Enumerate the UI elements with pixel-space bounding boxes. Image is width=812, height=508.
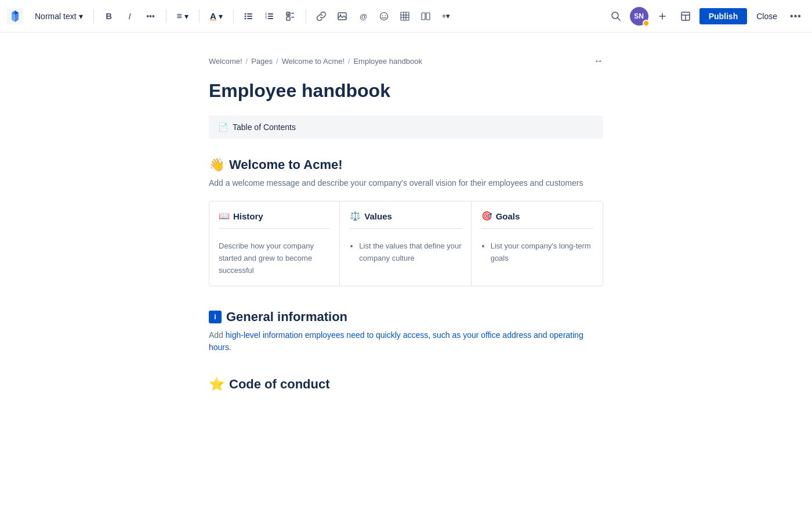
goals-bullet-1: List your company's long-term goals [491,240,593,265]
link-button[interactable] [312,7,331,26]
breadcrumb-welcome[interactable]: Welcome! [209,57,242,66]
avatar-badge [643,20,650,27]
font-color-dropdown[interactable]: A ▾ [205,9,227,23]
values-card-title: ⚖️ Values [350,211,461,229]
breadcrumb-sep-3: / [348,57,350,66]
breadcrumb-path: Welcome! / Pages / Welcome to Acme! / Em… [209,57,422,66]
history-title-text: History [233,211,263,221]
section-general-heading: i General information [209,309,603,325]
svg-point-21 [382,15,383,16]
avatar[interactable]: SN [630,7,648,26]
svg-rect-16 [287,17,290,20]
divider-4 [233,9,234,23]
toc-box[interactable]: 📄 Table of Contents [209,116,603,139]
svg-rect-2 [247,13,252,15]
template-button[interactable] [676,7,695,26]
history-card[interactable]: 📖 History Describe how your company star… [209,201,340,286]
divider-5 [306,9,306,23]
page-title: Employee handbook [209,80,603,102]
welcome-heading-text: Welcome to Acme! [229,157,343,172]
goals-emoji: 🎯 [481,211,492,221]
breadcrumb-welcome-acme[interactable]: Welcome to Acme! [282,57,345,66]
insert-more-label: +▾ [442,12,451,20]
app-logo[interactable] [7,8,23,24]
section-welcome-heading: 👋 Welcome to Acme! [209,157,603,172]
overflow-icon: ••• [790,11,802,21]
svg-point-20 [380,12,387,20]
divider-1 [93,9,94,23]
italic-label: I [128,11,130,21]
history-card-title: 📖 History [219,211,330,229]
italic-button[interactable]: I [121,7,139,26]
svg-point-5 [244,17,246,19]
goals-card[interactable]: 🎯 Goals List your company's long-term go… [472,201,603,286]
values-title-text: Values [364,211,392,221]
divider-2 [166,9,166,23]
font-color-arrow-icon: ▾ [219,12,223,21]
svg-rect-28 [422,13,425,20]
svg-rect-4 [247,16,252,17]
bold-button[interactable]: B [100,7,118,26]
text-style-label: Normal text [35,12,77,21]
section-welcome: 👋 Welcome to Acme! Add a welcome message… [209,157,603,286]
goals-card-body: List your company's long-term goals [481,236,593,265]
avatar-initials: SN [634,12,644,20]
collaborators-add-button[interactable] [653,7,672,26]
emoji-button[interactable] [375,7,393,26]
breadcrumb: Welcome! / Pages / Welcome to Acme! / Em… [209,56,603,66]
toc-label: Table of Contents [233,123,296,132]
breadcrumb-expand-icon[interactable]: ↔ [594,56,603,66]
more-icon: ••• [146,12,155,21]
general-subtext-link[interactable]: high-level information employees need to… [209,330,583,352]
svg-rect-12 [268,18,273,19]
svg-point-1 [244,13,246,15]
bold-label: B [106,11,112,21]
values-emoji: ⚖️ [350,211,361,221]
font-color-label: A [210,11,216,21]
svg-rect-23 [401,12,409,20]
close-label: Close [756,12,777,21]
breadcrumb-employee-handbook[interactable]: Employee handbook [353,57,422,66]
svg-rect-15 [291,17,294,18]
divider-3 [199,9,200,23]
image-button[interactable] [333,7,351,26]
overflow-menu-button[interactable]: ••• [786,7,805,26]
bullet-list-button[interactable] [240,7,258,26]
conduct-emoji: ⭐ [209,377,224,392]
publish-button[interactable]: Publish [699,8,748,24]
breadcrumb-sep-2: / [276,57,278,66]
general-emoji: i [209,311,222,323]
toolbar: Normal text ▾ B I ••• ≡ ▾ A ▾ 1. [0,0,812,33]
svg-rect-10 [268,16,273,17]
svg-line-31 [617,17,620,20]
svg-point-3 [244,15,246,17]
insert-more-button[interactable]: +▾ [437,9,455,23]
goals-card-title: 🎯 Goals [481,211,593,229]
section-general: i General information Add high-level inf… [209,309,603,354]
section-conduct: ⭐ Code of conduct [209,377,603,392]
welcome-emoji: 👋 [209,157,224,172]
numbered-list-button[interactable]: 1. 2. 3. [260,7,279,26]
svg-rect-8 [268,13,273,15]
align-arrow-icon: ▾ [184,12,188,21]
svg-point-22 [385,15,386,16]
more-formatting-button[interactable]: ••• [142,7,160,26]
goals-title-text: Goals [496,211,520,221]
mention-button[interactable]: @ [354,7,372,26]
toolbar-right: SN Publish Close ••• [607,7,805,26]
publish-label: Publish [709,12,738,21]
search-button[interactable] [607,7,625,26]
task-list-button[interactable] [281,7,300,26]
align-dropdown[interactable]: ≡ ▾ [172,9,193,24]
section-conduct-heading: ⭐ Code of conduct [209,377,603,392]
conduct-heading-text: Code of conduct [229,377,330,392]
values-card[interactable]: ⚖️ Values List the values that define yo… [340,201,471,286]
close-button[interactable]: Close [752,8,782,24]
layout-button[interactable] [416,7,435,26]
breadcrumb-pages[interactable]: Pages [251,57,273,66]
history-body-text: Describe how your company started and gr… [219,240,330,276]
text-style-dropdown[interactable]: Normal text ▾ [30,9,88,23]
history-card-body: Describe how your company started and gr… [219,236,330,276]
table-button[interactable] [396,7,414,26]
svg-text:3.: 3. [265,16,267,20]
